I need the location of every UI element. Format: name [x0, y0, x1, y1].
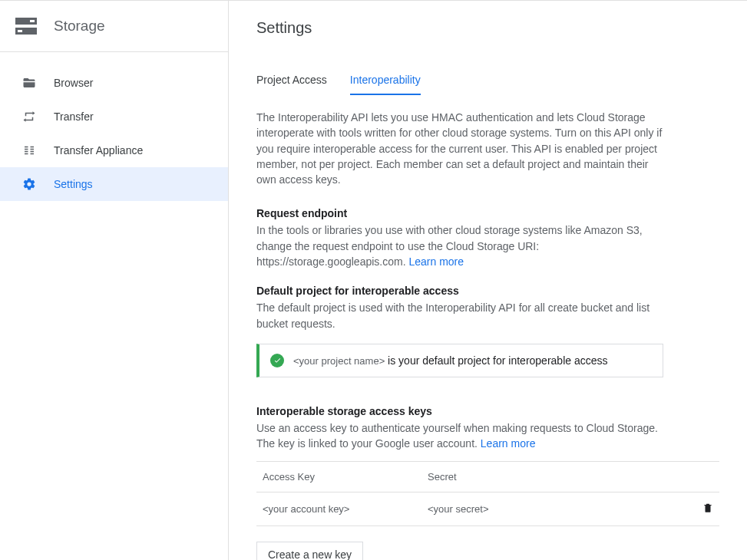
col-header-secret: Secret	[428, 471, 690, 483]
gear-icon	[21, 176, 37, 192]
main-content: Settings Project Access Interoperability…	[229, 1, 747, 560]
cell-secret: <your secret>	[428, 503, 690, 515]
page-title: Settings	[256, 19, 719, 37]
sidebar-item-label: Settings	[54, 178, 93, 190]
request-endpoint-learn-more-link[interactable]: Learn more	[408, 255, 464, 268]
sidebar-item-label: Transfer Appliance	[54, 144, 143, 156]
sidebar-item-label: Transfer	[54, 110, 94, 123]
notice-text: <your project name> is your default proj…	[293, 354, 608, 367]
appliance-icon	[21, 143, 37, 158]
intro-text: The Interoperability API lets you use HM…	[256, 110, 671, 187]
sidebar: Storage Browser Transfer Transfer Applia…	[0, 1, 229, 560]
default-project-body: The default project is used with the Int…	[256, 300, 671, 331]
access-keys-text: Use an access key to authenticate yourse…	[256, 422, 658, 450]
cell-access-key: <your account key>	[263, 503, 428, 515]
sidebar-item-label: Browser	[54, 77, 93, 89]
sidebar-item-transfer-appliance[interactable]: Transfer Appliance	[0, 133, 228, 167]
default-project-heading: Default project for interoperable access	[256, 285, 719, 297]
table-header: Access Key Secret	[256, 461, 719, 492]
access-keys-heading: Interoperable storage access keys	[256, 405, 719, 417]
transfer-icon	[21, 109, 37, 124]
notice-project-name: <your project name>	[293, 355, 385, 367]
request-endpoint-body: In the tools or libraries you use with o…	[256, 222, 671, 269]
sidebar-item-transfer[interactable]: Transfer	[0, 100, 228, 133]
tab-project-access[interactable]: Project Access	[256, 74, 327, 95]
create-new-key-button[interactable]: Create a new key	[256, 542, 363, 560]
sidebar-item-browser[interactable]: Browser	[0, 66, 228, 100]
access-keys-body: Use an access key to authenticate yourse…	[256, 420, 671, 452]
notice-suffix: is your default project for interoperabl…	[385, 354, 607, 367]
col-header-access-key: Access Key	[263, 471, 428, 483]
tab-interoperability[interactable]: Interoperability	[350, 74, 421, 95]
access-keys-learn-more-link[interactable]: Learn more	[481, 437, 536, 450]
default-project-notice: <your project name> is your default proj…	[256, 344, 663, 377]
check-icon	[270, 354, 284, 367]
storage-icon	[15, 18, 37, 35]
table-row: <your account key> <your secret>	[256, 492, 719, 526]
sidebar-header: Storage	[0, 1, 228, 52]
delete-key-button[interactable]	[702, 505, 713, 516]
sidebar-nav: Browser Transfer Transfer Appliance Sett…	[0, 52, 228, 201]
folder-icon	[21, 75, 37, 91]
sidebar-title: Storage	[54, 18, 105, 35]
tabs: Project Access Interoperability	[256, 74, 719, 96]
request-endpoint-heading: Request endpoint	[256, 207, 719, 219]
access-keys-table: Access Key Secret <your account key> <yo…	[256, 461, 719, 526]
sidebar-item-settings[interactable]: Settings	[0, 167, 228, 201]
